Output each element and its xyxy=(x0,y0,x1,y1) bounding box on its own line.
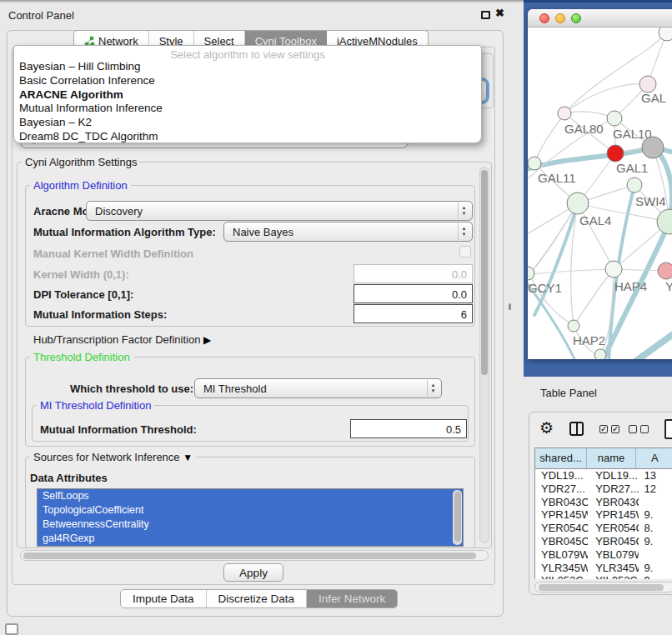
mi-threshold-field[interactable]: 0.5 xyxy=(350,419,467,438)
table-cell: YBR045C xyxy=(535,535,588,548)
network-node-gal10[interactable] xyxy=(607,111,622,126)
network-view-window[interactable]: GALGAL80GAL10GAL1GAL11SWI4GAL4GCY1HAP4YH… xyxy=(528,9,672,359)
network-node-hap2[interactable] xyxy=(568,320,579,332)
network-node-gal80[interactable] xyxy=(558,107,571,120)
dropdown-item[interactable]: Bayesian – K2 xyxy=(14,116,481,130)
network-node-gal-pink[interactable] xyxy=(639,76,656,92)
column-visibility-icon[interactable] xyxy=(569,422,584,436)
docked-window-icon[interactable] xyxy=(5,623,18,635)
node-label-gal80: GAL80 xyxy=(564,122,604,136)
table-cell: YLR345W xyxy=(588,562,638,575)
tab-infer-network[interactable]: Infer Network xyxy=(307,590,397,608)
table-cell: YBL079W xyxy=(588,548,638,562)
network-canvas[interactable]: GALGAL80GAL10GAL1GAL11SWI4GAL4GCY1HAP4YH… xyxy=(528,28,672,359)
network-edge[interactable] xyxy=(534,113,564,163)
tab-discretize-data[interactable]: Discretize Data xyxy=(207,590,308,608)
dropdown-item[interactable]: Basic Correlation Inference xyxy=(14,74,481,88)
network-window-titlebar[interactable] xyxy=(528,9,672,28)
network-node-gray[interactable] xyxy=(642,137,664,158)
table-row[interactable]: YPR145WYPR145W9. xyxy=(535,508,672,522)
data-attributes-list[interactable]: SelfLoopsTopologicalCoefficientBetweenne… xyxy=(37,488,464,547)
mi-threshold-title: MI Threshold Definition xyxy=(37,399,154,412)
attribute-item-selected[interactable]: SelfLoops xyxy=(38,489,463,503)
settings-vertical-scrollbar[interactable] xyxy=(479,167,489,543)
network-node-salmon[interactable] xyxy=(658,262,672,279)
close-window-icon[interactable] xyxy=(539,13,549,23)
network-desktop-area: GALGAL80GAL10GAL1GAL11SWI4GAL4GCY1HAP4YH… xyxy=(524,0,672,377)
table-row[interactable]: YBL079WYBL079W xyxy=(535,548,672,562)
network-node-gal11[interactable] xyxy=(528,157,541,170)
network-node-bottom-partial[interactable] xyxy=(594,349,606,359)
list-scrollbar[interactable] xyxy=(453,490,462,545)
table-toolbar: ⚙ ✓ ✓ xyxy=(529,412,672,448)
column-header[interactable]: name xyxy=(587,448,636,468)
aracne-mode-combobox[interactable]: Discovery ▲▼ xyxy=(86,201,473,221)
network-edge[interactable] xyxy=(636,328,672,359)
panel-splitter-handle[interactable] xyxy=(509,303,511,310)
table-row[interactable]: YDR27...YDR27...12 xyxy=(535,482,672,496)
manual-kernel-checkbox[interactable] xyxy=(459,246,471,258)
mi-type-combobox[interactable]: Naive Bayes ▲▼ xyxy=(223,222,473,242)
dpi-tolerance-field[interactable]: 0.0 xyxy=(354,284,473,303)
network-node-hap4[interactable] xyxy=(605,261,622,278)
network-edge[interactable] xyxy=(564,84,648,113)
attribute-item-selected[interactable]: BetweennessCentrality xyxy=(38,518,463,532)
table-cell: 9. xyxy=(639,574,672,579)
network-graph: GALGAL80GAL10GAL1GAL11SWI4GAL4GCY1HAP4YH… xyxy=(528,28,672,359)
table-cell xyxy=(639,548,672,562)
which-threshold-combobox[interactable]: MI Threshold ▲▼ xyxy=(194,378,442,398)
column-header[interactable]: shared... xyxy=(535,448,587,468)
settings-horizontal-scrollbar[interactable] xyxy=(20,550,489,561)
scrollbar-thumb[interactable] xyxy=(23,552,476,559)
float-panel-icon[interactable] xyxy=(481,11,490,19)
table-row[interactable]: YLR345WYLR345W9. xyxy=(535,562,672,575)
sources-title[interactable]: Sources for Network Inference ▼ xyxy=(30,451,196,463)
export-table-icon[interactable] xyxy=(664,419,672,439)
dropdown-item[interactable]: ARACNE Algorithm xyxy=(14,88,481,102)
kernel-width-field[interactable]: 0.0 xyxy=(354,264,473,283)
network-node-gal4[interactable] xyxy=(567,192,589,214)
dropdown-item[interactable]: Mutual Information Inference xyxy=(14,102,481,116)
table-row[interactable]: YBR043CYBR043C xyxy=(535,496,672,509)
scrollbar-thumb[interactable] xyxy=(539,584,664,591)
table-row[interactable]: YBR045CYBR045C9. xyxy=(535,535,672,548)
close-panel-icon[interactable]: ✖ xyxy=(495,7,504,19)
mi-steps-label: Mutual Information Steps: xyxy=(33,308,167,321)
deselect-all-icon[interactable] xyxy=(629,425,637,433)
scrollbar-thumb[interactable] xyxy=(481,170,488,375)
minimize-window-icon[interactable] xyxy=(555,13,565,23)
network-edge[interactable] xyxy=(574,269,614,326)
attribute-item-selected[interactable]: gal4RGexp xyxy=(38,532,463,546)
attribute-item-selected[interactable]: TopologicalCoefficient xyxy=(38,503,463,518)
table-cell: 9. xyxy=(639,535,672,548)
threshold-definition-title: Threshold Definition xyxy=(30,351,133,363)
table-cell: YPR145W xyxy=(588,508,638,522)
column-header[interactable]: A xyxy=(636,448,672,468)
mi-steps-field[interactable]: 6 xyxy=(354,304,473,323)
select-all-icon[interactable]: ✓ xyxy=(611,425,619,433)
table-cell: 12 xyxy=(639,482,672,496)
table-cell: YBL079W xyxy=(535,548,588,562)
table-row[interactable]: YDL19...YDL19...13 xyxy=(535,469,672,482)
deselect-all-icon[interactable] xyxy=(640,425,649,433)
table-row[interactable]: YER054CYER054C8. xyxy=(535,522,672,535)
scrollbar-thumb[interactable] xyxy=(454,492,461,542)
dropdown-item[interactable]: Dream8 DC_TDC Algorithm xyxy=(14,130,481,143)
settings-gear-icon[interactable]: ⚙ xyxy=(539,418,554,438)
table-row[interactable]: YIL052CYIL052C9. xyxy=(535,574,672,579)
zoom-window-icon[interactable] xyxy=(571,13,581,23)
data-attributes-label: Data Attributes xyxy=(30,472,108,484)
apply-button[interactable]: Apply xyxy=(223,563,283,582)
dropdown-item[interactable]: Bayesian – Hill Climbing xyxy=(14,60,481,74)
node-label-gal1: GAL1 xyxy=(616,161,648,175)
network-edge[interactable] xyxy=(529,203,578,274)
table-cell xyxy=(639,496,672,509)
node-label-salmon: Y xyxy=(665,279,672,293)
network-node-gal1[interactable] xyxy=(607,145,624,162)
table-horizontal-scrollbar[interactable] xyxy=(534,582,672,592)
network-node-swi4[interactable] xyxy=(627,178,642,192)
cyni-settings-title: Cyni Algorithm Settings xyxy=(22,156,140,168)
hub-definition-expander[interactable]: Hub/Transcription Factor Definition ▶ xyxy=(33,333,211,346)
tab-impute-data[interactable]: Impute Data xyxy=(121,590,207,608)
select-all-icon[interactable]: ✓ xyxy=(599,425,608,433)
